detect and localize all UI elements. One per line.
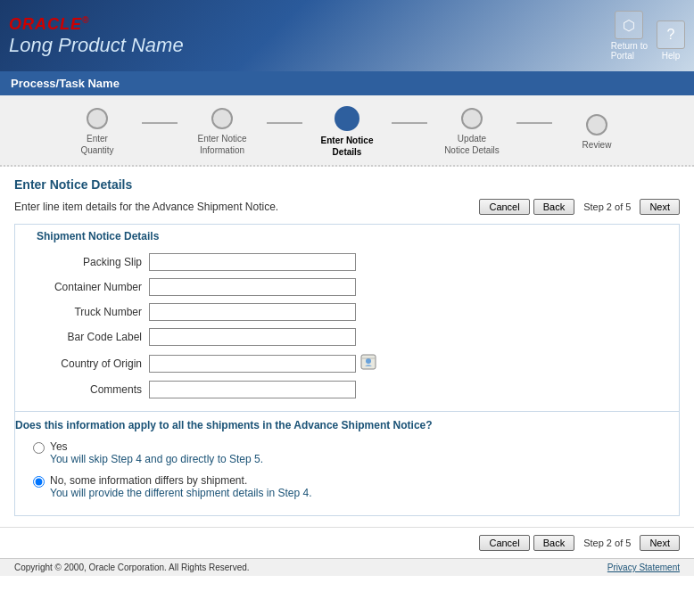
question-section: Does this information apply to all the s… — [15, 411, 679, 499]
container-number-label: Container Number — [33, 281, 149, 293]
oracle-logo: ORACLE® Long Product Name — [9, 15, 184, 57]
oracle-brand: ORACLE® — [9, 15, 184, 34]
step-3-label: Enter NoticeDetails — [321, 135, 374, 158]
step-4[interactable]: UpdateNotice Details — [427, 108, 516, 156]
radio-no-input[interactable] — [33, 476, 45, 488]
content-border: Shipment Notice Details Packing Slip Con… — [14, 224, 680, 516]
top-step-info: Step 2 of 5 — [583, 201, 631, 212]
radio-yes-label[interactable]: Yes — [50, 440, 263, 453]
packing-slip-row: Packing Slip — [33, 253, 679, 271]
step-1-circle — [87, 108, 108, 129]
comments-label: Comments — [33, 383, 149, 396]
header-icons: ⬡ Return toPortal ? Help — [611, 11, 685, 61]
radio-no-option: No, some information differs by shipment… — [33, 474, 679, 499]
return-portal-icon: ⬡ — [615, 11, 643, 39]
step-3[interactable]: Enter NoticeDetails — [302, 106, 392, 158]
footer: Copyright © 2000, Oracle Corporation. Al… — [0, 558, 694, 576]
step-1-label: EnterQuantity — [80, 133, 113, 156]
bottom-cancel-button[interactable]: Cancel — [479, 535, 529, 551]
section-title: Shipment Notice Details — [37, 230, 679, 242]
radio-no-label[interactable]: No, some information differs by shipment… — [50, 474, 312, 487]
truck-number-input[interactable] — [149, 303, 356, 321]
bottom-action-bar: Cancel Back Step 2 of 5 Next — [0, 527, 694, 558]
container-number-row: Container Number — [33, 278, 679, 296]
help-link[interactable]: ? Help — [657, 21, 685, 61]
bottom-back-button[interactable]: Back — [533, 535, 574, 551]
radio-yes-block: Yes You will skip Step 4 and go directly… — [50, 440, 263, 465]
step-line-2 — [267, 122, 302, 124]
question-text: Does this information apply to all the s… — [15, 419, 679, 431]
country-origin-row: Country of Origin — [33, 353, 679, 374]
step-2-circle — [211, 108, 233, 129]
privacy-link[interactable]: Privacy Statement — [607, 563, 680, 572]
main-content: Enter Notice Details Enter line item det… — [0, 167, 694, 527]
radio-no-block: No, some information differs by shipment… — [50, 474, 312, 499]
step-line-4 — [516, 122, 552, 124]
top-next-button[interactable]: Next — [640, 199, 680, 215]
process-bar: Process/Task Name — [0, 71, 694, 95]
step-3-circle — [335, 106, 359, 131]
bottom-next-button[interactable]: Next — [640, 535, 680, 551]
bar-code-label-label: Bar Code Label — [33, 331, 149, 343]
page-title: Enter Notice Details — [14, 177, 680, 192]
packing-slip-label: Packing Slip — [33, 256, 149, 268]
country-origin-label: Country of Origin — [33, 357, 149, 370]
radio-yes-option: Yes You will skip Step 4 and go directly… — [33, 440, 679, 465]
page-description: Enter line item details for the Advance … — [14, 201, 278, 213]
step-line-1 — [142, 122, 178, 124]
step-2[interactable]: Enter NoticeInformation — [178, 108, 267, 156]
step-2-label: Enter NoticeInformation — [197, 133, 246, 156]
comments-row: Comments — [33, 381, 679, 398]
return-portal-label: Return toPortal — [611, 41, 648, 61]
step-5-circle — [586, 114, 607, 136]
page-header: ORACLE® Long Product Name ⬡ Return toPor… — [0, 0, 694, 71]
bar-code-label-input[interactable] — [149, 328, 356, 346]
help-label: Help — [662, 51, 681, 61]
step-4-circle — [461, 108, 483, 129]
copyright-text: Copyright © 2000, Oracle Corporation. Al… — [14, 563, 250, 572]
form-table: Packing Slip Container Number Truck Numb… — [33, 253, 679, 398]
step-5-label: Review — [582, 139, 612, 151]
step-line-3 — [392, 122, 427, 124]
container-number-input[interactable] — [149, 278, 356, 296]
step-1[interactable]: EnterQuantity — [53, 108, 142, 156]
wizard-steps: EnterQuantity Enter NoticeInformation En… — [0, 95, 694, 167]
radio-yes-input[interactable] — [33, 442, 45, 454]
country-origin-picker-icon[interactable] — [359, 353, 377, 374]
top-cancel-button[interactable]: Cancel — [479, 199, 529, 215]
step-5[interactable]: Review — [552, 114, 641, 151]
top-action-bar: Enter line item details for the Advance … — [14, 199, 680, 215]
radio-yes-sublabel: You will skip Step 4 and go directly to … — [50, 453, 263, 465]
step-container: EnterQuantity Enter NoticeInformation En… — [53, 106, 641, 158]
comments-input[interactable] — [149, 381, 356, 398]
help-icon: ? — [657, 21, 685, 49]
truck-number-label: Truck Number — [33, 306, 149, 318]
country-origin-input[interactable] — [149, 355, 356, 373]
top-back-button[interactable]: Back — [533, 199, 574, 215]
radio-no-sublabel: You will provide the different shipment … — [50, 487, 312, 499]
step-4-label: UpdateNotice Details — [444, 133, 500, 156]
truck-number-row: Truck Number — [33, 303, 679, 321]
packing-slip-input[interactable] — [149, 253, 356, 271]
svg-point-1 — [366, 358, 371, 364]
top-action-buttons: Cancel Back Step 2 of 5 Next — [479, 199, 680, 215]
return-portal-link[interactable]: ⬡ Return toPortal — [611, 11, 648, 61]
bar-code-label-row: Bar Code Label — [33, 328, 679, 346]
bottom-step-info: Step 2 of 5 — [583, 538, 631, 548]
product-name: Long Product Name — [9, 34, 184, 57]
process-title: Process/Task Name — [11, 77, 120, 90]
